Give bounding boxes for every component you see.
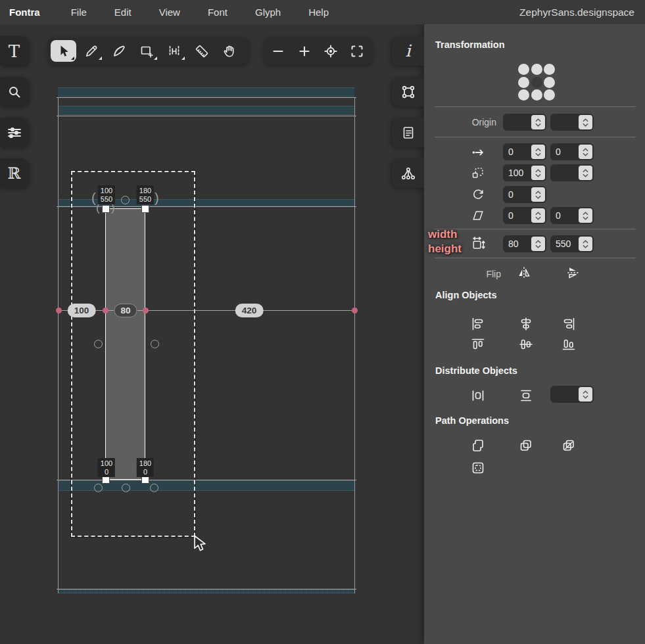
skew-x-field[interactable] <box>503 210 531 221</box>
knife-tool-button[interactable] <box>106 40 131 62</box>
distribute-value-field[interactable] <box>550 389 579 400</box>
move-y-input[interactable] <box>550 143 594 160</box>
stepper-buttons[interactable] <box>531 166 545 180</box>
hand-tool-button[interactable] <box>216 40 242 62</box>
scale-y-field[interactable] <box>550 168 579 178</box>
metric-zone-ascender <box>58 87 354 97</box>
align-bottom-button[interactable] <box>561 336 577 352</box>
curve-point[interactable] <box>122 484 130 492</box>
stepper-buttons[interactable] <box>579 387 592 402</box>
zoom-out-button[interactable] <box>266 40 291 62</box>
menu-fontra[interactable]: Fontra <box>0 7 57 18</box>
stepper-buttons[interactable] <box>579 145 592 159</box>
intersect-contours-button[interactable] <box>561 438 577 453</box>
curve-point[interactable] <box>121 196 130 204</box>
measure-node[interactable] <box>143 308 149 313</box>
origin-dot-center[interactable] <box>531 77 542 88</box>
origin-dot-middle-left[interactable] <box>518 77 529 88</box>
move-y-field[interactable] <box>550 147 579 157</box>
align-middle-horizontal-axis-button[interactable] <box>518 336 534 352</box>
skew-y-field[interactable] <box>550 210 579 221</box>
origin-dot-middle-right[interactable] <box>544 77 555 88</box>
curve-point[interactable] <box>151 340 159 348</box>
menu-edit[interactable]: Edit <box>101 7 145 18</box>
move-x-field[interactable] <box>503 147 531 157</box>
distribute-vertical-button[interactable] <box>518 388 534 403</box>
distribute-horizontal-button[interactable] <box>470 388 486 403</box>
align-center-vertical-axis-button[interactable] <box>518 316 534 332</box>
menu-view[interactable]: View <box>145 7 194 18</box>
flip-horizontal-button[interactable] <box>516 265 532 281</box>
stepper-buttons[interactable] <box>531 187 545 202</box>
distribute-value-input[interactable] <box>550 386 594 403</box>
scale-x-field[interactable] <box>503 168 531 178</box>
point-handle-top-left[interactable] <box>102 205 110 213</box>
origin-dot-bottom-right[interactable] <box>544 89 555 101</box>
zoom-to-selection-button[interactable] <box>319 40 343 62</box>
scale-y-input[interactable] <box>550 164 594 181</box>
measure-tool-button[interactable] <box>189 40 214 62</box>
exclude-contours-button[interactable] <box>470 460 486 476</box>
origin-dot-top-right[interactable] <box>544 64 555 75</box>
measure-node[interactable] <box>103 308 108 313</box>
menu-font[interactable]: Font <box>194 7 241 18</box>
pen-tool-button[interactable] <box>78 40 104 62</box>
sidebar-tab-selection-transformation[interactable] <box>392 77 424 106</box>
height-field[interactable] <box>550 239 579 249</box>
origin-y-field[interactable] <box>550 117 579 127</box>
stepper-buttons[interactable] <box>531 237 545 251</box>
align-top-button[interactable] <box>470 336 486 352</box>
menu-glyph[interactable]: Glyph <box>241 7 295 18</box>
align-left-button[interactable] <box>470 316 486 332</box>
flip-vertical-button[interactable] <box>565 265 581 281</box>
stepper-buttons[interactable] <box>531 145 545 159</box>
origin-dot-bottom-left[interactable] <box>518 89 529 101</box>
stepper-buttons[interactable] <box>531 115 545 129</box>
sidebar-tab-related-glyphs[interactable] <box>392 158 424 188</box>
measure-node[interactable] <box>56 308 62 313</box>
stepper-buttons[interactable] <box>579 115 592 129</box>
width-field[interactable] <box>503 239 531 249</box>
skew-y-input[interactable] <box>550 207 594 224</box>
sidebar-tab-reference-font[interactable]: ℝ <box>0 158 28 188</box>
skew-x-input[interactable] <box>503 207 546 224</box>
advance-width-line[interactable] <box>354 97 355 593</box>
sidebar-tab-glyph-notes[interactable] <box>392 118 424 147</box>
move-x-input[interactable] <box>503 143 546 160</box>
pointer-tool-button[interactable] <box>51 40 76 62</box>
stepper-buttons[interactable] <box>579 237 592 251</box>
origin-y-input[interactable] <box>550 114 594 131</box>
stepper-buttons[interactable] <box>531 208 545 223</box>
subtract-contours-button[interactable] <box>518 438 534 453</box>
zoom-in-button[interactable] <box>293 40 317 62</box>
left-sidebearing-line[interactable] <box>58 97 59 593</box>
power-ruler-tool-button[interactable] <box>161 40 187 62</box>
menu-help[interactable]: Help <box>295 7 343 18</box>
rotation-input[interactable] <box>503 186 546 203</box>
align-right-button[interactable] <box>561 316 577 332</box>
origin-dot-bottom-center[interactable] <box>531 89 542 101</box>
point-handle-top-right[interactable] <box>141 205 149 213</box>
origin-x-field[interactable] <box>503 117 531 127</box>
measure-node[interactable] <box>352 308 358 313</box>
zoom-fit-button[interactable] <box>345 40 369 62</box>
origin-dot-top-center[interactable] <box>531 64 542 75</box>
sidebar-tab-glyph-search[interactable] <box>0 77 28 106</box>
curve-point[interactable] <box>150 484 158 492</box>
menu-file[interactable]: File <box>57 7 101 18</box>
remove-overlap-button[interactable] <box>470 438 486 453</box>
origin-x-input[interactable] <box>503 114 546 131</box>
sidebar-tab-designspace-navigation[interactable] <box>0 118 28 147</box>
width-input[interactable] <box>503 235 546 252</box>
sidebar-tab-glyph-info[interactable]: i <box>392 36 424 66</box>
curve-point[interactable] <box>94 340 103 348</box>
shape-tool-button[interactable] <box>133 40 159 62</box>
height-input[interactable] <box>550 235 594 252</box>
stepper-buttons[interactable] <box>579 166 592 180</box>
origin-dot-top-left[interactable] <box>518 64 529 75</box>
stepper-buttons[interactable] <box>579 208 592 223</box>
sidebar-tab-text-entry[interactable]: T <box>0 36 28 66</box>
scale-x-input[interactable] <box>503 164 546 181</box>
rotation-field[interactable] <box>503 189 531 200</box>
curve-point[interactable] <box>94 484 103 492</box>
